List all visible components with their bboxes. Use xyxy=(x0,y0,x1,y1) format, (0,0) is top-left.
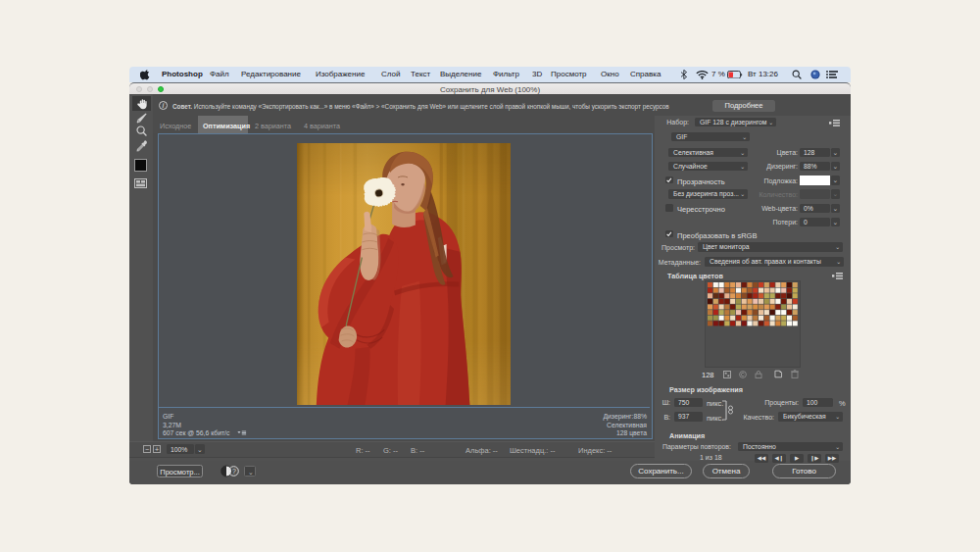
svg-text:?: ? xyxy=(232,468,236,475)
